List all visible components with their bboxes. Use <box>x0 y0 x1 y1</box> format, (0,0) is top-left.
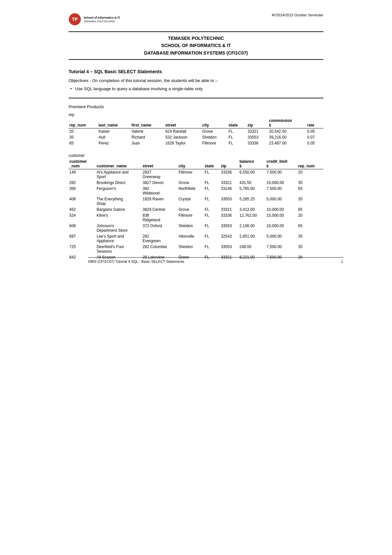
table-cell: FL <box>204 196 220 207</box>
table-cell: 33503 <box>220 196 239 207</box>
cust-col-balance: balance$ <box>239 159 266 169</box>
table-cell: 33146 <box>220 186 239 196</box>
table-cell: 20 <box>298 212 323 223</box>
table-cell: 33336 <box>220 212 239 223</box>
table-cell: Kaiser <box>98 128 131 135</box>
table-cell: Hull <box>98 134 131 140</box>
table-cell: 372 Oxford <box>142 223 178 233</box>
cust-col-num: customer_num <box>69 159 96 169</box>
table-cell: 0.05 <box>306 128 323 135</box>
cust-col-repnum: rep_num <box>298 159 323 169</box>
table-cell: 5,285.25 <box>239 196 266 207</box>
table-cell: 282 Columbia <box>142 244 178 254</box>
table-row: 687Lee's Sport andAppliance282EvergreenA… <box>69 233 323 244</box>
table-cell: 33336 <box>220 169 239 180</box>
table-cell: 356 <box>69 186 96 196</box>
table-cell: FL <box>204 244 220 254</box>
table-cell: The EverythingShop <box>96 196 142 207</box>
table-cell: Sheldon <box>202 134 228 140</box>
table-cell: 0.07 <box>306 134 323 140</box>
objectives-item-1: Use SQL language to query a database inv… <box>75 86 323 91</box>
table-row: 35HullRichard532 JacksonSheldonFL3355339… <box>69 134 323 140</box>
table-cell: 532 Jackson <box>165 134 202 140</box>
table-cell: 838Ridgeland <box>142 212 178 223</box>
table-cell: 2,851.00 <box>239 233 266 244</box>
table-cell: 65 <box>298 186 323 196</box>
section-divider <box>69 98 323 98</box>
table-cell: FL <box>204 180 220 186</box>
table-cell: FL <box>204 186 220 196</box>
table-cell: FL <box>204 212 220 223</box>
table-cell: 10,000.00 <box>266 223 298 233</box>
table-cell: 35 <box>298 180 323 186</box>
table-cell: 282Evergreen <box>142 233 178 244</box>
school-logo-icon: TP <box>69 13 81 25</box>
table-cell: 3827 Devon <box>142 180 178 186</box>
table-cell: 35 <box>298 196 323 207</box>
semester-label: AY2014/2015 October Semester <box>272 13 323 17</box>
objectives-label: Objectives - On completion of this tutor… <box>69 78 323 83</box>
table-cell: Fillmore <box>178 169 204 180</box>
table-row: 524Kline's838RidgelandFillmoreFL3333612,… <box>69 212 323 223</box>
title-section: TEMASEK POLYTECHNIC SCHOOL OF INFORMATIC… <box>69 31 323 60</box>
svg-text:TP: TP <box>72 17 78 22</box>
table-cell: 408 <box>69 196 96 207</box>
table-cell: 20 <box>69 128 98 135</box>
table-row: 462Bargains Galore3829 CentralGroveFL333… <box>69 207 323 212</box>
cust-col-name: customer_name <box>96 159 142 169</box>
footer-right: 1 <box>341 260 343 263</box>
table-cell: Crystal <box>178 196 204 207</box>
table-cell: Grove <box>202 128 228 135</box>
table-cell: 5,785.00 <box>239 186 266 196</box>
table-cell: 687 <box>69 233 96 244</box>
rep-table: rep_num last_name first_name street city… <box>69 118 323 146</box>
table-cell: 12,762.00 <box>239 212 266 223</box>
table-cell: 431.50 <box>239 180 266 186</box>
customer-table-header-row: customer_num customer_name street city s… <box>69 159 323 169</box>
cust-col-zip: zip <box>220 159 239 169</box>
customer-table: customer_num customer_name street city s… <box>69 159 323 260</box>
rep-col-last_name: last_name <box>98 118 131 128</box>
table-cell: 725 <box>69 244 96 254</box>
table-cell: 65 <box>298 207 323 212</box>
cust-col-city: city <box>178 159 204 169</box>
rep-table-label: rep <box>69 112 323 117</box>
table-cell: 65 <box>69 140 98 146</box>
table-cell: 524 <box>69 212 96 223</box>
table-cell: Al's Appliance andSport <box>96 169 142 180</box>
table-row: 725Deerfield's FourSeasons282 ColumbiaSh… <box>69 244 323 254</box>
table-cell: Grove <box>178 180 204 186</box>
customer-table-label: customer <box>69 153 323 158</box>
page-header: TP School of Informatics & IT TEMASEK PO… <box>69 13 323 25</box>
table-cell: 3,412.00 <box>239 207 266 212</box>
table-cell: 33553 <box>220 223 239 233</box>
table-cell: 35 <box>298 233 323 244</box>
table-cell: Fillmore <box>178 212 204 223</box>
rep-col-first_name: first_name <box>131 118 165 128</box>
table-cell: Sheldon <box>178 244 204 254</box>
table-cell: 32543 <box>220 233 239 244</box>
rep-table-header-row: rep_num last_name first_name street city… <box>69 118 323 128</box>
rep-col-rep_num: rep_num <box>69 118 98 128</box>
rep-col-street: street <box>165 118 202 128</box>
table-cell: 20 <box>298 169 323 180</box>
table-cell: 10,000.00 <box>266 207 298 212</box>
table-cell: 23,487.00 <box>269 140 307 146</box>
table-cell: 65 <box>298 223 323 233</box>
table-cell: FL <box>204 233 220 244</box>
table-row: 65PerezJuan1626 TaylorFillmoreFL3333623,… <box>69 140 323 146</box>
table-cell: Ferguson's <box>96 186 142 196</box>
table-cell: Deerfield's FourSeasons <box>96 244 142 254</box>
table-cell: 33321 <box>247 128 269 135</box>
table-cell: 282 <box>69 180 96 186</box>
table-row: 608Johnson'sDepartment Store372 OxfordSh… <box>69 223 323 233</box>
rep-col-rate: rate <box>306 118 323 128</box>
table-row: 356Ferguson's382WildwoodNorthfieldFL3314… <box>69 186 323 196</box>
table-cell: 2,106.00 <box>239 223 266 233</box>
table-cell: Perez <box>98 140 131 146</box>
table-cell: Bargains Galore <box>96 207 142 212</box>
table-cell: FL <box>204 169 220 180</box>
footer-content: DBIS (CFI1C07) Tutorial 4 SQL - Basic SE… <box>88 257 343 263</box>
title-line3: DATABASE INFORMATION SYSTEMS (CFI1C07) <box>69 49 323 57</box>
table-cell: 33336 <box>247 140 269 146</box>
